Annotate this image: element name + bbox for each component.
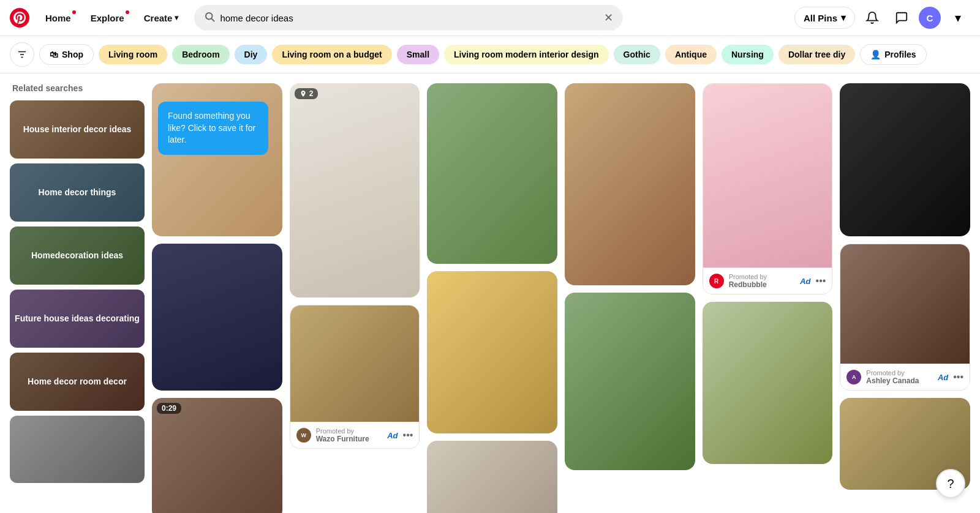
- filter-living-room-budget[interactable]: Living room on a budget: [272, 45, 391, 64]
- pin-menu-button[interactable]: •••: [953, 372, 963, 383]
- search-icon: [204, 11, 215, 24]
- header: Home Explore Create ▾ ✕ All Pins ▾: [0, 0, 980, 36]
- shop-icon: 🛍: [50, 50, 58, 59]
- main-content: Related searches House interior decor id…: [0, 73, 980, 513]
- svg-line-2: [212, 18, 214, 21]
- pin-card[interactable]: 2: [290, 83, 420, 298]
- filter-living-room-modern[interactable]: Living room modern interior design: [444, 45, 608, 64]
- pin-card[interactable]: [565, 293, 695, 470]
- sidebar-item-label: Home decor things: [39, 187, 116, 198]
- pin-column-1: Found something you like? Click to save …: [152, 83, 282, 513]
- sidebar-item-label: House interior decor ideas: [23, 124, 132, 135]
- notifications-button[interactable]: [860, 6, 884, 30]
- filter-diy[interactable]: Diy: [235, 45, 268, 64]
- filter-antique[interactable]: Antique: [665, 45, 717, 64]
- svg-point-0: [10, 8, 29, 28]
- filter-small[interactable]: Small: [397, 45, 439, 64]
- filter-gothic[interactable]: Gothic: [614, 45, 660, 64]
- sidebar-item-homedecoration[interactable]: Homedecoration ideas: [10, 227, 145, 285]
- help-fab-button[interactable]: ?: [936, 469, 965, 498]
- sidebar: Related searches House interior decor id…: [10, 83, 145, 513]
- account-chevron-button[interactable]: ▾: [946, 6, 970, 30]
- filter-dollar-tree[interactable]: Dollar tree diy: [778, 45, 855, 64]
- sidebar-item-label: Homedecoration ideas: [31, 250, 123, 261]
- video-timer-badge: 0:29: [157, 403, 181, 414]
- sidebar-item-home-decor-room[interactable]: Home decor room decor: [10, 353, 145, 411]
- filter-profiles[interactable]: 👤 Profiles: [860, 44, 926, 65]
- search-bar: ✕: [194, 5, 623, 31]
- header-right: All Pins ▾ C ▾: [794, 6, 970, 30]
- pin-card-promoted[interactable]: R Promoted by Redbubble Ad •••: [703, 83, 833, 294]
- nav-create[interactable]: Create ▾: [135, 8, 187, 28]
- search-input[interactable]: [220, 13, 599, 23]
- sidebar-item-house-interior[interactable]: House interior decor ideas: [10, 100, 145, 159]
- pin-menu-button[interactable]: •••: [403, 430, 413, 441]
- sidebar-item-label: Future house ideas decorating: [15, 313, 140, 324]
- pin-grid: Found something you like? Click to save …: [152, 83, 970, 513]
- promoted-logo: R: [709, 274, 724, 288]
- pin-card[interactable]: [427, 441, 557, 513]
- main-nav: Home Explore Create ▾: [37, 8, 187, 28]
- pin-column-2: 2 W Promoted by Wazo Furniture Ad •••: [290, 83, 420, 513]
- pin-column-3: [427, 83, 557, 513]
- sidebar-item-label: Home decor room decor: [28, 376, 127, 387]
- pin-card[interactable]: 0:29: [152, 398, 282, 513]
- pin-count-badge: 2: [295, 88, 318, 99]
- filter-bar: 🛍 Shop Living room Bedroom Diy Living ro…: [0, 36, 980, 73]
- avatar[interactable]: C: [919, 7, 941, 29]
- all-pins-button[interactable]: All Pins ▾: [794, 7, 855, 29]
- home-notification-dot: [72, 10, 76, 14]
- nav-explore[interactable]: Explore: [82, 8, 133, 28]
- pin-card[interactable]: [840, 83, 970, 236]
- filter-nursing[interactable]: Nursing: [722, 45, 774, 64]
- sidebar-item-extra[interactable]: [10, 416, 145, 483]
- sidebar-item-future-house[interactable]: Future house ideas decorating: [10, 290, 145, 348]
- filter-bedroom[interactable]: Bedroom: [172, 45, 229, 64]
- pin-card[interactable]: [565, 83, 695, 285]
- explore-notification-dot: [126, 10, 129, 14]
- pinterest-logo[interactable]: [10, 8, 29, 28]
- search-clear-icon[interactable]: ✕: [604, 11, 613, 24]
- sidebar-item-home-decor-things[interactable]: Home decor things: [10, 163, 145, 222]
- create-chevron-icon: ▾: [175, 13, 178, 22]
- profiles-icon: 👤: [870, 50, 881, 59]
- filter-living-room[interactable]: Living room: [99, 45, 167, 64]
- pin-card[interactable]: [703, 302, 833, 464]
- pin-column-6: A Promoted by Ashley Canada Ad •••: [840, 83, 970, 513]
- promoted-bar: A Promoted by Ashley Canada Ad •••: [840, 364, 970, 390]
- pin-menu-button[interactable]: •••: [816, 275, 826, 286]
- pin-column-4: [565, 83, 695, 513]
- pin-card[interactable]: [152, 244, 282, 391]
- related-searches-title: Related searches: [10, 83, 145, 93]
- pin-card-promoted[interactable]: W Promoted by Wazo Furniture Ad •••: [290, 305, 420, 449]
- pin-card[interactable]: [427, 271, 557, 433]
- nav-home[interactable]: Home: [37, 8, 80, 28]
- filter-settings-button[interactable]: [10, 42, 34, 67]
- pin-card-promoted[interactable]: A Promoted by Ashley Canada Ad •••: [840, 244, 970, 391]
- pin-column-5: R Promoted by Redbubble Ad •••: [703, 83, 833, 513]
- messages-button[interactable]: [889, 6, 914, 30]
- pin-card[interactable]: Found something you like? Click to save …: [152, 83, 282, 236]
- filter-shop[interactable]: 🛍 Shop: [39, 44, 94, 65]
- promoted-bar: R Promoted by Redbubble Ad •••: [703, 268, 832, 294]
- all-pins-chevron-icon: ▾: [841, 12, 846, 23]
- pin-card[interactable]: [427, 83, 557, 264]
- promoted-bar: W Promoted by Wazo Furniture Ad •••: [290, 422, 420, 448]
